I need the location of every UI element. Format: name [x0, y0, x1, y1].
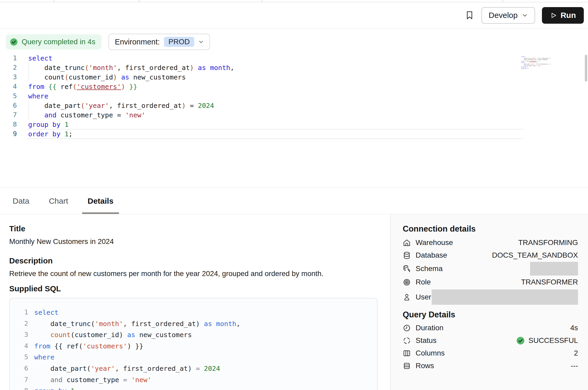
result-tab-bar: Data Chart Details	[0, 188, 588, 214]
code-text: from {{ ref('customers') }}	[27, 82, 523, 91]
line-number: 2	[10, 318, 28, 329]
browser-tab-strip	[0, 0, 588, 2]
code-text: date_trunc('month', first_ordered_at) as…	[28, 318, 240, 329]
status-row: Query completed in 4s Environment: PROD	[0, 28, 588, 53]
editor-minimap[interactable]: select date_trunc('month', first_ordered…	[521, 56, 551, 88]
columns-icon	[403, 349, 411, 357]
user-icon	[403, 293, 411, 301]
tab-data[interactable]: Data	[9, 188, 33, 214]
editor-line[interactable]: 6 date_part('year', first_ordered_at) = …	[0, 101, 588, 110]
code-token: as	[127, 331, 135, 339]
editor-line[interactable]: 5 where	[0, 91, 588, 101]
editor-line[interactable]: 4 from {{ ref('customers') }}	[0, 82, 588, 91]
code-token: as	[121, 73, 129, 81]
indent-guide	[28, 101, 28, 110]
indent-guide	[28, 63, 28, 72]
play-icon	[550, 12, 557, 19]
connection-row-user: User	[403, 288, 578, 306]
code-token: 'new'	[537, 65, 541, 66]
supplied-sql-line: 3 count(customer_id) as new_customers	[10, 329, 377, 341]
editor-scrollbar[interactable]	[585, 55, 587, 82]
code-token: (	[73, 83, 77, 91]
develop-button[interactable]: Develop	[481, 7, 535, 24]
supplied-sql-line: 8 group by 1	[10, 385, 377, 390]
connection-details-rows: WarehouseTRANSFORMING DatabaseDOCS_TEAM_…	[403, 236, 578, 306]
code-token: customer_type =	[56, 111, 125, 119]
code-token: )	[121, 83, 125, 91]
query-detail-row-status: Status SUCCESSFUL	[403, 334, 578, 347]
line-number: 4	[10, 341, 28, 352]
query-status-text: Query completed in 4s	[22, 38, 95, 46]
code-text: and customer_type = 'new'	[27, 110, 523, 120]
line-number: 6	[10, 363, 28, 374]
run-button[interactable]: Run	[542, 7, 584, 24]
tab-divider	[139, 0, 139, 2]
editor-line[interactable]: 8 group by 1	[0, 120, 588, 129]
tab-details[interactable]: Details	[84, 188, 117, 214]
environment-selector[interactable]: Environment: PROD	[108, 34, 210, 50]
code-token: date_part(	[34, 364, 91, 372]
bookmark-icon[interactable]	[465, 10, 475, 20]
query-details-rows: Duration4s Status SUCCESSFUL Columns2 Ro…	[403, 322, 578, 372]
environment-label: Environment:	[115, 38, 160, 46]
query-detail-value: 2	[574, 349, 578, 357]
supplied-sql-line: 1 select	[10, 307, 377, 318]
line-number: 3	[10, 329, 28, 341]
code-token: from	[28, 83, 44, 91]
sql-editor[interactable]: 1 select 2 date_trunc('month', first_ord…	[0, 53, 588, 188]
tab-label: Chart	[49, 197, 68, 206]
editor-line[interactable]: 2 date_trunc('month', first_ordered_at) …	[0, 63, 588, 72]
description-heading: Description	[9, 256, 378, 265]
line-number: 9	[0, 129, 27, 139]
code-token: where	[34, 353, 54, 361]
database-icon	[403, 251, 411, 259]
editor-line[interactable]: 9 order by 1;	[0, 129, 588, 139]
tab-divider	[54, 0, 54, 2]
editor-line[interactable]: 3 count(customer_id) as new_customers	[0, 72, 588, 82]
tab-chart[interactable]: Chart	[45, 188, 71, 214]
details-left-pane: Title Monthly New Customers in 2024 Desc…	[0, 214, 390, 390]
code-token: 1	[64, 121, 68, 128]
editor-line[interactable]: 7 and customer_type = 'new'	[0, 110, 588, 120]
code-token: , first_ordered_at	[536, 58, 549, 59]
code-text: group by 1	[28, 385, 75, 390]
status-value: SUCCESSFUL	[529, 336, 578, 345]
code-token: date_trunc	[521, 58, 531, 59]
code-token: 'year'	[531, 63, 535, 65]
code-token: select	[28, 54, 52, 62]
details-content: Title Monthly New Customers in 2024 Desc…	[0, 214, 588, 390]
connection-label: User	[416, 293, 431, 301]
code-token: , first_ordered_at)	[123, 320, 204, 328]
connection-value: TRANSFORMER	[521, 278, 578, 286]
code-token: customer_id	[528, 59, 535, 60]
code-token: =	[123, 376, 127, 384]
connection-label: Database	[416, 251, 447, 259]
schema-icon	[403, 265, 411, 273]
code-token	[34, 331, 50, 339]
code-token: 'month'	[531, 58, 536, 59]
query-detail-label: Columns	[416, 349, 445, 357]
chevron-down-icon	[522, 12, 528, 18]
code-token: customer_type =	[526, 65, 537, 66]
code-token: count	[28, 73, 64, 81]
code-token: )	[182, 102, 186, 109]
code-text: date_part('year', first_ordered_at) = 20…	[28, 363, 220, 374]
code-token: select	[521, 56, 525, 57]
check-circle-icon	[516, 336, 525, 345]
develop-button-label: Develop	[489, 11, 518, 20]
line-number: 1	[0, 53, 27, 63]
code-token: 2024	[550, 63, 551, 65]
code-token: group by	[521, 66, 527, 68]
code-token: 'customers'	[77, 83, 121, 91]
code-token: group by	[34, 387, 67, 390]
code-token: as	[198, 64, 206, 72]
editor-line[interactable]: 1 select	[0, 53, 588, 63]
code-token: select	[34, 308, 58, 316]
role-icon	[403, 278, 411, 286]
code-token: 'month'	[95, 320, 123, 328]
tab-label: Details	[88, 197, 113, 206]
warehouse-icon	[403, 239, 411, 247]
connection-details-heading: Connection details	[403, 224, 578, 234]
supplied-sql-line: 7 and customer_type = 'new'	[10, 374, 377, 386]
line-number: 5	[10, 352, 28, 363]
